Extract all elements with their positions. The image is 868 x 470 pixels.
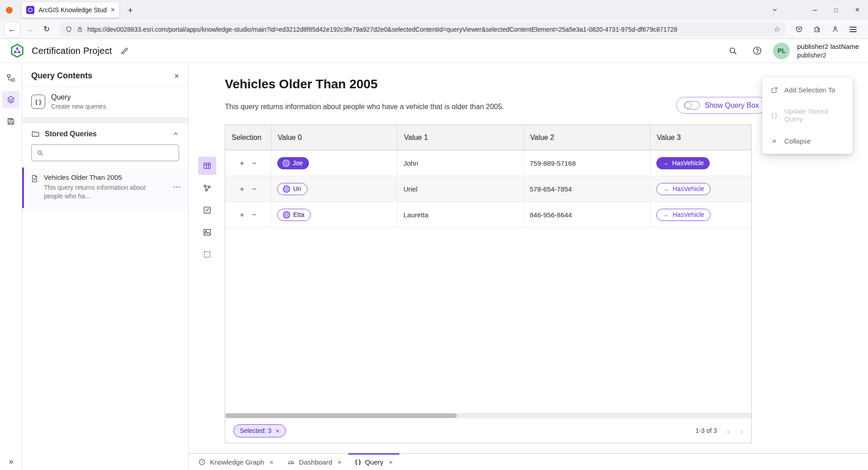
tab-close-icon[interactable]: × (337, 459, 342, 465)
folder-icon (31, 129, 40, 138)
entity-dot-icon (284, 212, 289, 218)
show-query-box-toggle[interactable]: Show Query Box (676, 97, 767, 114)
map-view-button[interactable] (198, 223, 216, 241)
tab-query[interactable]: { } Query × (348, 454, 399, 470)
remove-from-selection-button[interactable]: − (252, 159, 256, 167)
menu-item-collapse[interactable]: » Collapse (762, 129, 853, 152)
help-button[interactable] (749, 42, 766, 59)
shield-icon[interactable] (65, 26, 72, 33)
bookmark-star-icon[interactable]: ☆ (774, 25, 780, 34)
tab-close-icon[interactable]: × (389, 459, 393, 465)
braces-icon: { } (355, 459, 361, 465)
tab-label: Query (365, 458, 384, 466)
table-footer: Selected: 3 × 1-3 of 3 ‹ › (225, 418, 751, 443)
add-to-selection-button[interactable]: + (240, 211, 244, 219)
table-row[interactable]: + − Joe John 759-889-57168 → HasVehicle (225, 150, 751, 176)
panel-close-icon[interactable]: × (174, 72, 179, 80)
next-page-button[interactable]: › (740, 426, 743, 436)
window-close-button[interactable]: × (847, 0, 868, 20)
relationship-pill[interactable]: → HasVehicle (656, 209, 711, 221)
new-tab-button[interactable]: + (128, 5, 133, 15)
clear-selection-icon[interactable]: × (275, 427, 280, 434)
refresh-button[interactable]: ↻ (39, 22, 54, 37)
lock-icon[interactable] (76, 26, 83, 33)
menu-item-label: Update Stored Query (784, 107, 845, 123)
table-row[interactable]: + − Uri Uriel 578-654-7854 → HasVehicle (225, 176, 751, 202)
expand-rail-button[interactable]: » (0, 457, 22, 466)
left-rail: » (0, 63, 22, 470)
toggle-switch-icon[interactable] (684, 101, 700, 110)
edit-view-button[interactable] (198, 201, 216, 219)
back-button[interactable]: ← (5, 22, 20, 37)
list-tabs-chevron-icon[interactable] (772, 7, 778, 13)
relationship-label: HasVehicle (673, 211, 704, 218)
window-minimize-button[interactable]: – (804, 0, 825, 20)
entity-dot-icon (284, 186, 289, 192)
menu-item-add-selection-to[interactable]: Add Selection To (762, 79, 853, 101)
remove-from-selection-button[interactable]: − (252, 211, 256, 219)
stored-queries-search[interactable] (31, 144, 179, 161)
entity-pill[interactable]: Joe (277, 157, 309, 169)
column-header-value0[interactable]: Value 0 (271, 125, 398, 150)
menu-item-update-stored-query[interactable]: { } Update Stored Query (762, 101, 853, 129)
braces-icon: { } (770, 112, 778, 118)
entity-label: Joe (293, 159, 303, 167)
search-input[interactable] (47, 149, 174, 157)
window-maximize-button[interactable]: □ (825, 0, 847, 20)
add-to-selection-button[interactable]: + (240, 185, 244, 193)
column-header-value2[interactable]: Value 2 (524, 125, 650, 150)
table-view-button[interactable] (198, 157, 216, 175)
entity-pill[interactable]: Uri (277, 183, 308, 195)
link-chart-view-button[interactable] (198, 179, 216, 197)
add-to-selection-button[interactable]: + (240, 159, 244, 167)
address-bar[interactable]: https://dev0028833.esri.com/portal/apps/… (60, 22, 786, 37)
firefox-icon[interactable] (6, 7, 13, 14)
account-icon[interactable] (827, 22, 843, 37)
entity-label: Uri (293, 185, 301, 192)
horizontal-scrollbar[interactable] (225, 413, 751, 418)
tab-close-icon[interactable]: × (111, 6, 115, 14)
search-button[interactable] (724, 42, 741, 59)
table-row[interactable]: + − Etta Lauretta 846-956-8644 → HasVehi… (225, 202, 751, 228)
tab-knowledge-graph[interactable]: Knowledge Graph × (191, 454, 280, 470)
column-header-value1[interactable]: Value 1 (398, 125, 524, 150)
tab-label: Knowledge Graph (210, 458, 264, 466)
browser-navbar: ← → ↻ https://dev0028833.esri.com/portal… (0, 20, 868, 39)
chevron-up-icon[interactable] (172, 130, 179, 137)
relationship-label: HasVehicle (672, 159, 704, 167)
scrollbar-thumb[interactable] (225, 413, 457, 418)
item-options-ellipsis-icon[interactable]: ⋯ (173, 182, 182, 192)
relationship-pill[interactable]: → HasVehicle (656, 183, 711, 195)
data-model-button[interactable] (2, 69, 19, 86)
column-header-value3[interactable]: Value 3 (650, 125, 751, 150)
entity-dot-icon (283, 160, 289, 166)
extensions-icon[interactable] (809, 22, 825, 37)
arrow-right-icon: → (663, 186, 669, 192)
tab-close-icon[interactable]: × (270, 459, 274, 465)
remove-from-selection-button[interactable]: − (252, 185, 256, 193)
browser-tab[interactable]: ArcGIS Knowledge Studio × (22, 2, 119, 18)
edit-title-pencil-icon[interactable] (120, 47, 129, 55)
entity-pill[interactable]: Etta (277, 209, 311, 221)
table-header-row: Selection Value 0 Value 1 Value 2 Value … (225, 125, 751, 150)
forward-button[interactable]: → (22, 22, 37, 37)
column-header-selection[interactable]: Selection (225, 125, 271, 150)
previous-page-button[interactable]: ‹ (727, 426, 730, 436)
cell-phone: 578-654-7854 (524, 176, 650, 201)
user-info: publisher2 lastName publisher2 (797, 42, 859, 59)
stored-query-item[interactable]: Vehicles Older Than 2005 This query retu… (22, 168, 188, 208)
user-name: publisher2 lastName (797, 42, 859, 51)
contents-layers-button[interactable] (2, 91, 19, 108)
relationship-label: HasVehicle (673, 185, 704, 192)
pocket-icon[interactable] (791, 22, 806, 37)
save-button[interactable] (2, 113, 19, 130)
menu-icon[interactable] (845, 22, 861, 37)
menu-item-label: Collapse (784, 137, 811, 145)
selection-tools-button[interactable] (198, 245, 216, 264)
stored-queries-header[interactable]: Stored Queries (22, 123, 188, 143)
tab-dashboard[interactable]: Dashboard × (280, 454, 348, 470)
new-query-item[interactable]: { } Query Create new queries (22, 87, 188, 118)
selected-count-chip[interactable]: Selected: 3 × (233, 424, 286, 437)
avatar[interactable]: PL (773, 43, 790, 59)
relationship-pill[interactable]: → HasVehicle (656, 157, 710, 169)
